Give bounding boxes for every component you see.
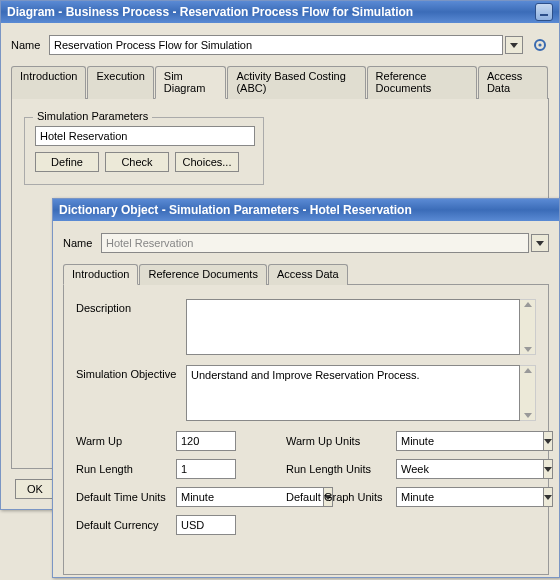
- minimize-button[interactable]: [535, 3, 553, 21]
- name-input[interactable]: [49, 35, 503, 55]
- tab-body: Description Simulation Objective Warm Up: [63, 285, 549, 575]
- name-dropdown-button[interactable]: [505, 36, 523, 54]
- window-title: Dictionary Object - Simulation Parameter…: [59, 203, 412, 217]
- dictionary-object-window: Dictionary Object - Simulation Parameter…: [52, 198, 560, 578]
- objective-textarea[interactable]: [186, 365, 520, 421]
- tab-abc[interactable]: Activity Based Costing (ABC): [227, 66, 365, 99]
- check-button[interactable]: Check: [105, 152, 169, 172]
- scroll-down-icon[interactable]: [524, 413, 532, 418]
- name-dropdown-button[interactable]: [531, 234, 549, 252]
- gear-icon[interactable]: [531, 36, 549, 54]
- warm-up-units-combo[interactable]: [396, 431, 466, 451]
- default-graph-units-value[interactable]: [396, 487, 544, 507]
- run-length-units-combo[interactable]: [396, 459, 466, 479]
- tabstrip: Introduction Execution Sim Diagram Activ…: [11, 65, 549, 99]
- default-time-units-label: Default Time Units: [76, 491, 176, 503]
- window-title: Diagram - Business Process - Reservation…: [7, 5, 413, 19]
- tab-execution[interactable]: Execution: [87, 66, 153, 99]
- tab-access-data[interactable]: Access Data: [478, 66, 548, 99]
- objective-label: Simulation Objective: [76, 365, 186, 380]
- define-button[interactable]: Define: [35, 152, 99, 172]
- warm-up-units-label: Warm Up Units: [286, 435, 396, 447]
- sim-params-input[interactable]: [35, 126, 255, 146]
- sim-params-fieldset: Simulation Parameters Define Check Choic…: [24, 117, 264, 185]
- choices-button[interactable]: Choices...: [175, 152, 239, 172]
- warm-up-input[interactable]: [176, 431, 236, 451]
- tab-sim-diagram[interactable]: Sim Diagram: [155, 66, 227, 99]
- default-currency-input[interactable]: [176, 515, 236, 535]
- chevron-down-icon[interactable]: [544, 487, 553, 507]
- titlebar[interactable]: Diagram - Business Process - Reservation…: [1, 1, 559, 23]
- description-textarea[interactable]: [186, 299, 520, 355]
- run-length-units-value[interactable]: [396, 459, 544, 479]
- name-input[interactable]: [101, 233, 529, 253]
- warm-up-units-value[interactable]: [396, 431, 544, 451]
- chevron-down-icon[interactable]: [544, 431, 553, 451]
- scrollbar[interactable]: [520, 299, 536, 355]
- chevron-down-icon[interactable]: [544, 459, 553, 479]
- tab-access-data[interactable]: Access Data: [268, 264, 348, 285]
- default-currency-label: Default Currency: [76, 519, 176, 531]
- tab-introduction[interactable]: Introduction: [63, 264, 138, 285]
- warm-up-label: Warm Up: [76, 435, 176, 447]
- titlebar[interactable]: Dictionary Object - Simulation Parameter…: [53, 199, 559, 221]
- scroll-down-icon[interactable]: [524, 347, 532, 352]
- run-length-units-label: Run Length Units: [286, 463, 396, 475]
- tab-reference-documents[interactable]: Reference Documents: [139, 264, 266, 285]
- svg-point-1: [538, 43, 541, 46]
- name-label: Name: [63, 237, 101, 249]
- ok-button[interactable]: OK: [15, 479, 55, 499]
- scrollbar[interactable]: [520, 365, 536, 421]
- run-length-label: Run Length: [76, 463, 176, 475]
- run-length-input[interactable]: [176, 459, 236, 479]
- scroll-up-icon[interactable]: [524, 368, 532, 373]
- sim-params-legend: Simulation Parameters: [33, 110, 152, 122]
- tab-introduction[interactable]: Introduction: [11, 66, 86, 99]
- default-time-units-combo[interactable]: [176, 487, 246, 507]
- tab-reference-documents[interactable]: Reference Documents: [367, 66, 477, 99]
- scroll-up-icon[interactable]: [524, 302, 532, 307]
- default-graph-units-label: Default Graph Units: [286, 491, 396, 503]
- tabstrip: Introduction Reference Documents Access …: [63, 263, 549, 285]
- default-graph-units-combo[interactable]: [396, 487, 466, 507]
- name-label: Name: [11, 39, 49, 51]
- description-label: Description: [76, 299, 186, 314]
